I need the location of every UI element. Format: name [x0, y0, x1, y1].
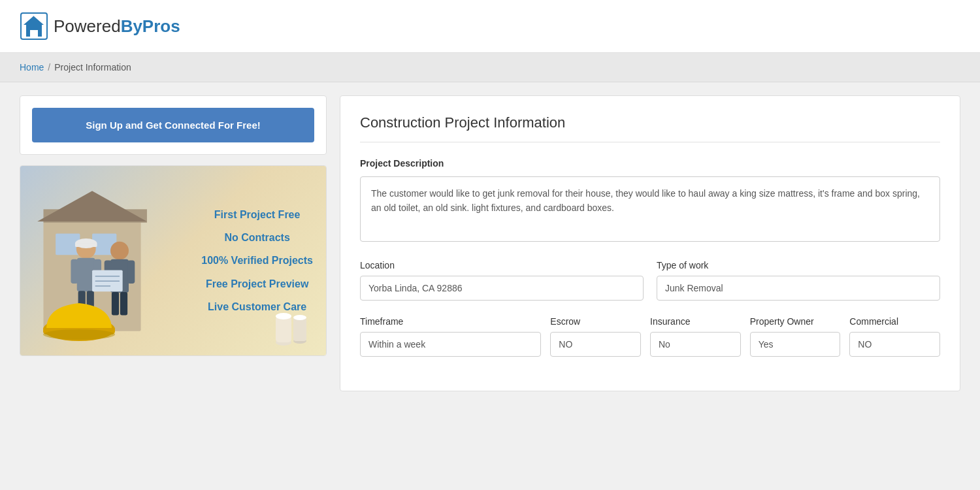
- description-label: Project Description: [360, 158, 940, 169]
- main-content: Sign Up and Get Connected For Free!: [0, 82, 980, 404]
- promo-image: First Project Free No Contracts 100% Ver…: [20, 166, 326, 355]
- location-label: Location: [360, 260, 644, 270]
- breadcrumb: Home / Project Information: [20, 62, 960, 73]
- type-of-work-group: Type of work Junk Removal: [657, 260, 940, 301]
- timeframe-label: Timeframe: [360, 316, 541, 327]
- location-value: Yorba Linda, CA 92886: [360, 276, 644, 301]
- type-of-work-label: Type of work: [657, 260, 940, 270]
- promo-line-3: 100% Verified Projects: [201, 249, 313, 272]
- property-owner-value: Yes: [750, 332, 841, 357]
- page-header: PoweredByPros: [0, 0, 980, 53]
- location-work-row: Location Yorba Linda, CA 92886 Type of w…: [360, 260, 940, 301]
- type-of-work-value: Junk Removal: [657, 276, 940, 301]
- promo-box: First Project Free No Contracts 100% Ver…: [20, 165, 327, 356]
- project-description: The customer would like to get junk remo…: [360, 176, 940, 242]
- svg-rect-12: [71, 259, 78, 284]
- svg-rect-21: [120, 292, 127, 315]
- content-panel: Construction Project Information Project…: [340, 95, 960, 391]
- property-owner-label: Property Owner: [750, 316, 841, 327]
- signup-box: Sign Up and Get Connected For Free!: [20, 95, 327, 155]
- sidebar: Sign Up and Get Connected For Free!: [20, 95, 327, 391]
- escrow-value: NO: [550, 332, 641, 357]
- promo-line-2: No Contracts: [201, 226, 313, 249]
- promo-background: First Project Free No Contracts 100% Ver…: [20, 166, 326, 355]
- page-title: Construction Project Information: [360, 114, 940, 142]
- promo-line-4: Free Project Preview: [201, 272, 313, 295]
- svg-point-16: [110, 242, 129, 260]
- insurance-value: No: [650, 332, 741, 357]
- breadcrumb-separator: /: [48, 62, 50, 73]
- insurance-label: Insurance: [650, 316, 741, 327]
- breadcrumb-home[interactable]: Home: [20, 62, 44, 73]
- details-row: Timeframe Within a week Escrow NO Insura…: [360, 316, 940, 357]
- svg-marker-5: [37, 191, 147, 221]
- breadcrumb-current: Project Information: [54, 62, 131, 73]
- timeframe-group: Timeframe Within a week: [360, 316, 541, 357]
- logo-text: PoweredByPros: [54, 16, 180, 37]
- logo-icon: [20, 12, 48, 41]
- svg-rect-30: [276, 316, 291, 342]
- property-owner-group: Property Owner Yes: [750, 316, 841, 357]
- promo-text-overlay: First Project Free No Contracts 100% Ver…: [201, 203, 313, 318]
- helmet-illustration: [40, 297, 118, 349]
- location-group: Location Yorba Linda, CA 92886: [360, 260, 644, 301]
- commercial-value: NO: [849, 332, 940, 357]
- svg-rect-19: [127, 261, 135, 284]
- svg-rect-33: [293, 318, 306, 341]
- svg-rect-10: [75, 243, 97, 247]
- promo-line-5: Live Customer Care: [201, 295, 313, 318]
- svg-point-28: [43, 329, 115, 340]
- commercial-group: Commercial NO: [849, 316, 940, 357]
- logo: PoweredByPros: [20, 12, 180, 41]
- insurance-group: Insurance No: [650, 316, 741, 357]
- commercial-label: Commercial: [849, 316, 940, 327]
- breadcrumb-bar: Home / Project Information: [0, 53, 980, 82]
- escrow-label: Escrow: [550, 316, 641, 327]
- escrow-group: Escrow NO: [550, 316, 641, 357]
- signup-button[interactable]: Sign Up and Get Connected For Free!: [32, 108, 314, 142]
- promo-line-1: First Project Free: [201, 203, 313, 226]
- timeframe-value: Within a week: [360, 332, 541, 357]
